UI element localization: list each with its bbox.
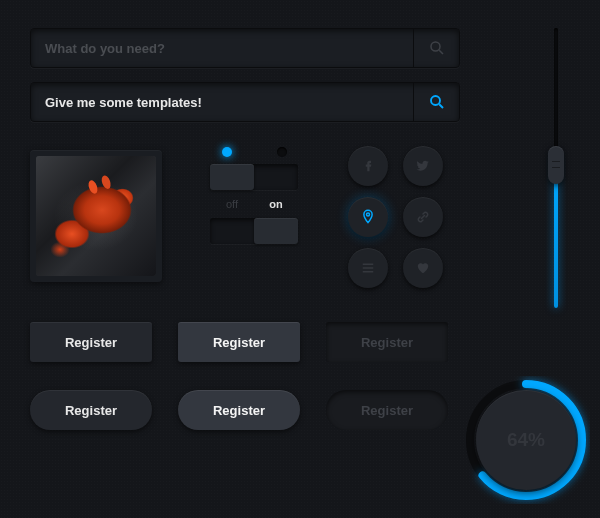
list-button[interactable] (348, 248, 388, 288)
list-icon (359, 259, 377, 277)
toggle-switch-off[interactable] (210, 164, 298, 190)
circular-progress: 64% (462, 376, 590, 504)
search-bar-empty: What do you need? (30, 28, 460, 68)
heart-button[interactable] (403, 248, 443, 288)
radio-selected[interactable] (222, 147, 232, 157)
location-pin-icon (359, 208, 377, 226)
search-icon (428, 39, 446, 57)
register-button-pill-disabled: Register (326, 390, 448, 430)
twitter-icon (414, 157, 432, 175)
search-input-placeholder[interactable]: What do you need? (31, 29, 413, 67)
slider-handle[interactable] (548, 146, 564, 184)
search-bar-filled: Give me some templates! (30, 82, 460, 122)
svg-rect-5 (363, 267, 374, 269)
svg-line-3 (439, 104, 443, 108)
svg-line-1 (439, 50, 443, 54)
svg-rect-4 (363, 264, 374, 266)
toggle-labels: off on (210, 198, 298, 210)
register-button-pill-normal[interactable]: Register (30, 390, 152, 430)
location-button[interactable] (348, 197, 388, 237)
heart-icon (414, 259, 432, 277)
twitter-button[interactable] (403, 146, 443, 186)
facebook-button[interactable] (348, 146, 388, 186)
svg-point-0 (431, 42, 440, 51)
vertical-slider[interactable] (552, 28, 560, 308)
toggle-handle (254, 218, 298, 244)
register-button-rect-hover[interactable]: Register (178, 322, 300, 362)
facebook-icon (359, 157, 377, 175)
svg-rect-6 (363, 271, 374, 273)
svg-point-2 (431, 96, 440, 105)
toggle-handle (210, 164, 254, 190)
search-icon (428, 93, 446, 111)
register-button-pill-hover[interactable]: Register (178, 390, 300, 430)
radio-unselected[interactable] (277, 147, 287, 157)
toggle-switch-on[interactable] (210, 218, 298, 244)
thumbnail-image (36, 156, 156, 276)
toggle-off-label: off (210, 198, 254, 210)
register-button-rect-disabled: Register (326, 322, 448, 362)
link-button[interactable] (403, 197, 443, 237)
search-input-value[interactable]: Give me some templates! (31, 83, 413, 121)
image-thumbnail[interactable] (30, 150, 162, 282)
register-button-rect-normal[interactable]: Register (30, 322, 152, 362)
link-icon (414, 208, 432, 226)
progress-label: 64% (476, 390, 576, 490)
search-button-active[interactable] (413, 83, 459, 121)
search-button-inactive[interactable] (413, 29, 459, 67)
toggle-on-label: on (254, 198, 298, 210)
